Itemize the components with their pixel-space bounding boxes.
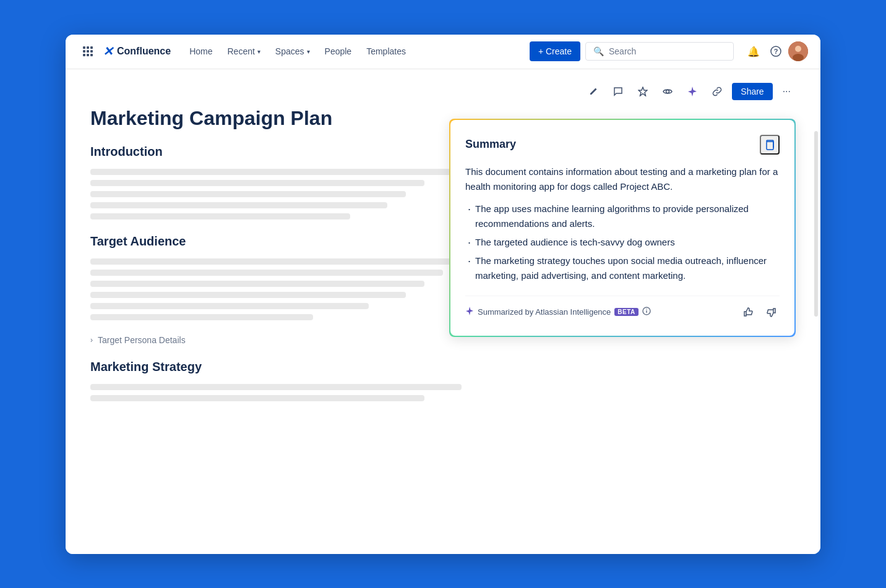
- document-area: Marketing Campaign Plan Introduction Tar…: [90, 82, 462, 529]
- doc-line: [90, 213, 350, 219]
- apps-grid-icon[interactable]: [78, 41, 98, 61]
- svg-rect-16: [767, 142, 773, 150]
- doc-line: [90, 384, 462, 390]
- ai-label-text: Summarized by Atlassian Intelligence: [478, 307, 611, 317]
- svg-point-19: [646, 309, 647, 310]
- summary-card-inner: Summary This document contains informati…: [450, 120, 794, 336]
- nav-action-icons: 🔔 ?: [744, 41, 808, 61]
- summary-card: Summary This document contains informati…: [449, 119, 796, 337]
- doc-line: [90, 169, 462, 175]
- svg-point-15: [666, 90, 669, 93]
- edit-icon[interactable]: [583, 82, 603, 101]
- expand-target-persona[interactable]: › Target Persona Details: [90, 335, 462, 345]
- introduction-heading: Introduction: [90, 145, 462, 159]
- svg-rect-0: [83, 46, 85, 49]
- svg-rect-1: [87, 46, 89, 49]
- list-item: The marketing strategy touches upon soci…: [465, 254, 780, 283]
- nav-links: Home Recent ▾ Spaces ▾ People Templates: [183, 43, 525, 60]
- summary-description: This document contains information about…: [465, 164, 780, 194]
- svg-rect-3: [83, 50, 85, 53]
- chevron-right-icon: ›: [90, 336, 93, 344]
- target-audience-heading: Target Audience: [90, 234, 462, 249]
- svg-marker-14: [639, 87, 647, 96]
- nav-recent[interactable]: Recent ▾: [221, 43, 266, 60]
- doc-line: [90, 258, 462, 265]
- ai-sparkle-icon[interactable]: [682, 82, 702, 101]
- doc-line: [90, 180, 424, 186]
- watch-icon[interactable]: [658, 82, 677, 101]
- notifications-bell-icon[interactable]: 🔔: [744, 41, 763, 61]
- beta-badge: BETA: [614, 308, 638, 316]
- svg-rect-8: [90, 54, 93, 56]
- nav-people[interactable]: People: [319, 43, 358, 60]
- link-icon[interactable]: [707, 82, 727, 101]
- summary-header: Summary: [465, 135, 780, 155]
- introduction-section: Introduction: [90, 145, 462, 219]
- doc-line: [90, 303, 369, 309]
- svg-text:?: ?: [774, 48, 778, 55]
- doc-line: [90, 202, 387, 208]
- summary-bullet-list: The app uses machine learning algorithms…: [465, 202, 780, 283]
- svg-rect-2: [90, 46, 93, 49]
- chevron-down-icon: ▾: [257, 48, 260, 55]
- document-title: Marketing Campaign Plan: [90, 106, 462, 130]
- svg-rect-5: [90, 50, 93, 53]
- scrollbar[interactable]: [814, 131, 818, 317]
- logo-text: Confluence: [117, 46, 171, 57]
- star-icon[interactable]: [633, 82, 653, 101]
- logo-x-mark: ✕: [103, 44, 113, 59]
- atlassian-intelligence-icon: [465, 307, 474, 317]
- help-icon[interactable]: ?: [766, 41, 786, 61]
- svg-rect-6: [83, 54, 85, 56]
- marketing-strategy-heading: Marketing Strategy: [90, 360, 462, 374]
- doc-line: [90, 314, 313, 320]
- nav-home[interactable]: Home: [183, 43, 218, 60]
- marketing-strategy-section: Marketing Strategy: [90, 360, 462, 401]
- more-options-icon[interactable]: ···: [778, 83, 796, 100]
- svg-point-13: [793, 54, 804, 61]
- summary-vote-buttons: [740, 304, 780, 321]
- doc-line: [90, 270, 443, 276]
- summary-footer: Summarized by Atlassian Intelligence BET…: [465, 296, 780, 321]
- search-placeholder: Search: [609, 46, 636, 56]
- doc-line: [90, 281, 424, 287]
- doc-line: [90, 395, 424, 401]
- summary-title: Summary: [465, 138, 516, 151]
- nav-templates[interactable]: Templates: [360, 43, 412, 60]
- create-button[interactable]: + Create: [530, 41, 580, 61]
- info-icon[interactable]: [642, 307, 651, 317]
- nav-spaces[interactable]: Spaces ▾: [269, 43, 316, 60]
- page-toolbar: Share ···: [583, 82, 796, 101]
- thumbs-up-icon[interactable]: [740, 304, 757, 321]
- list-item: The app uses machine learning algorithms…: [465, 202, 780, 231]
- share-button[interactable]: Share: [732, 83, 772, 100]
- copy-icon[interactable]: [760, 135, 780, 155]
- navbar: ✕ Confluence Home Recent ▾ Spaces ▾ Peop…: [66, 35, 820, 69]
- search-icon: 🔍: [593, 46, 604, 56]
- doc-line: [90, 292, 406, 298]
- search-box[interactable]: 🔍 Search: [585, 42, 734, 61]
- ai-attribution: Summarized by Atlassian Intelligence BET…: [465, 307, 651, 317]
- confluence-logo[interactable]: ✕ Confluence: [103, 44, 171, 59]
- expand-label: Target Persona Details: [98, 335, 186, 345]
- thumbs-down-icon[interactable]: [762, 304, 780, 321]
- chevron-down-icon: ▾: [307, 48, 310, 55]
- browser-window: ✕ Confluence Home Recent ▾ Spaces ▾ Peop…: [66, 35, 820, 554]
- list-item: The targeted audience is tech-savvy dog …: [465, 235, 780, 250]
- page-content: Share ··· Marketing Campaign Plan Introd…: [66, 69, 820, 554]
- doc-line: [90, 191, 406, 197]
- comment-icon[interactable]: [608, 82, 628, 101]
- svg-rect-4: [87, 50, 89, 53]
- target-audience-section: Target Audience: [90, 234, 462, 320]
- user-avatar[interactable]: [788, 41, 808, 61]
- svg-rect-7: [87, 54, 89, 56]
- svg-point-12: [795, 46, 801, 52]
